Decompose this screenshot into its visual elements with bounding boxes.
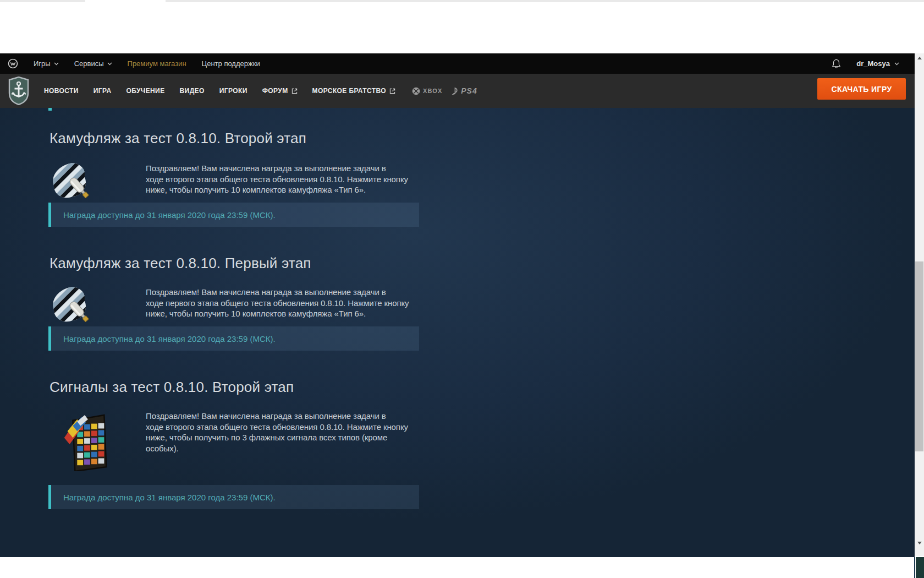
download-game-button[interactable]: СКАЧАТЬ ИГРУ [817, 78, 906, 100]
wargaming-logo-icon[interactable] [8, 58, 18, 69]
nav-item-game[interactable]: ИГРА [94, 87, 112, 95]
nav-item-label: ФОРУМ [262, 87, 288, 95]
top-bar: Игры Сервисы Премиум магазин Центр подде… [0, 53, 915, 74]
section-body: Поздравляем! Вам начислена награда за вы… [146, 287, 409, 319]
site-frame: Игры Сервисы Премиум магазин Центр подде… [0, 53, 915, 557]
body-line: ходе первого этапа общего теста обновлен… [146, 298, 409, 309]
scrollbar-thumb[interactable] [915, 261, 923, 451]
nav-item-players[interactable]: ИГРОКИ [219, 87, 248, 95]
nav-item-forum[interactable]: ФОРУМ [262, 87, 298, 95]
signal-flags-icon [61, 413, 111, 473]
topbar-item-support[interactable]: Центр поддержки [202, 59, 260, 68]
topbar-item-label: Премиум магазин [128, 59, 186, 68]
reward-deadline-notice: Награда доступна до 31 января 2020 года … [48, 326, 419, 351]
bottom-corner-line [914, 557, 915, 578]
username: dr_Mosya [856, 59, 890, 68]
vertical-scrollbar[interactable] [915, 53, 924, 556]
body-line: Поздравляем! Вам начислена награда за вы… [146, 163, 408, 174]
nav-item-news[interactable]: НОВОСТИ [44, 87, 79, 95]
ps4-logo-icon [451, 87, 458, 95]
topbar-item-label: Центр поддержки [202, 59, 260, 68]
nav-item-label: ВИДЕО [180, 87, 205, 95]
camouflage-icon [48, 162, 91, 201]
body-line: ходе второго этапа общего теста обновлен… [146, 174, 408, 185]
notice-text: Награда доступна до 31 января 2020 года … [63, 334, 276, 343]
platform-links: XBOX PS4 [412, 86, 477, 95]
topbar-item-label: Сервисы [74, 59, 104, 68]
nav-item-label: ИГРА [94, 87, 112, 95]
ps4-label: PS4 [461, 86, 477, 95]
user-menu[interactable]: dr_Mosya [856, 59, 899, 68]
nav-item-label: ИГРОКИ [219, 87, 248, 95]
notice-text: Награда доступна до 31 января 2020 года … [63, 493, 276, 502]
topbar-item-services[interactable]: Сервисы [74, 59, 112, 68]
game-nav-items: НОВОСТИ ИГРА ОБУЧЕНИЕ ВИДЕО ИГРОКИ ФОРУМ… [44, 87, 395, 95]
section-title: Камуфляж за тест 0.8.10. Второй этап [50, 130, 306, 147]
nav-item-training[interactable]: ОБУЧЕНИЕ [126, 87, 164, 95]
body-line: особых). [146, 443, 408, 454]
reward-deadline-notice: Награда доступна до 31 января 2020 года … [48, 485, 419, 509]
caret-down-icon [107, 62, 112, 66]
nav-item-video[interactable]: ВИДЕО [180, 87, 205, 95]
section-body: Поздравляем! Вам начислена награда за вы… [146, 163, 408, 195]
game-nav-bar: НОВОСТИ ИГРА ОБУЧЕНИЕ ВИДЕО ИГРОКИ ФОРУМ… [0, 74, 915, 108]
body-line: ниже, чтобы получить 10 комплектов камуф… [146, 308, 409, 319]
xbox-label: XBOX [423, 88, 442, 94]
nav-item-label: НОВОСТИ [44, 87, 79, 95]
nav-item-label: ОБУЧЕНИЕ [126, 87, 164, 95]
section-body: Поздравляем! Вам начислена награда за вы… [146, 411, 408, 454]
external-link-icon [389, 88, 395, 94]
nav-item-label: МОРСКОЕ БРАТСТВО [312, 87, 386, 95]
section-title: Камуфляж за тест 0.8.10. Первый этап [50, 255, 311, 272]
bell-icon[interactable] [832, 58, 841, 69]
camouflage-icon [48, 286, 91, 325]
section-title: Сигналы за тест 0.8.10. Второй этап [50, 379, 294, 396]
body-line: ходе второго этапа общего теста обновлен… [146, 422, 408, 433]
body-line: ниже, чтобы получить по 3 флажных сигнал… [146, 432, 408, 443]
caret-down-icon [894, 62, 899, 66]
ps4-link[interactable]: PS4 [451, 86, 477, 95]
notice-text: Награда доступна до 31 января 2020 года … [63, 210, 276, 220]
bottom-corner-block [916, 557, 924, 578]
topbar-item-games[interactable]: Игры [34, 59, 59, 68]
body-line: Поздравляем! Вам начислена награда за вы… [146, 287, 409, 298]
body-line: Поздравляем! Вам начислена награда за вы… [146, 411, 408, 422]
reward-deadline-notice: Награда доступна до 31 января 2020 года … [48, 203, 419, 227]
xbox-icon [412, 87, 420, 95]
xbox-link[interactable]: XBOX [412, 87, 442, 95]
topbar-item-label: Игры [34, 59, 51, 68]
topbar-item-premium-shop[interactable]: Премиум магазин [128, 59, 186, 68]
scrolled-notice-remnant [48, 108, 52, 111]
browser-active-tab [85, 0, 166, 3]
page-content: Камуфляж за тест 0.8.10. Второй этап [0, 108, 915, 557]
body-line: ниже, чтобы получить 10 комплектов камуф… [146, 184, 408, 195]
nav-item-sea-brotherhood[interactable]: МОРСКОЕ БРАТСТВО [312, 87, 395, 95]
scroll-up-icon[interactable] [915, 53, 924, 63]
warships-shield-logo-icon[interactable] [8, 77, 30, 105]
bottom-white-band [0, 557, 924, 578]
caret-down-icon [54, 62, 59, 66]
scroll-down-icon[interactable] [915, 538, 924, 548]
external-link-icon [292, 88, 298, 94]
